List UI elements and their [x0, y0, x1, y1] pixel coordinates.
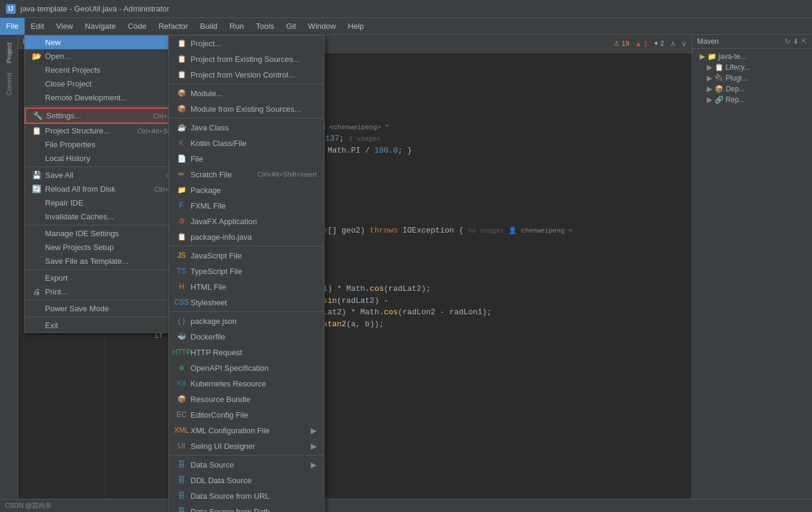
file-menu-sep2	[25, 166, 192, 167]
menubar: File Edit View Navigate Code Refactor Bu…	[0, 18, 812, 35]
new-submenu-xml-config[interactable]: XMLXML Configuration File ▶	[169, 422, 324, 438]
titlebar: IJ java-template - GeoUtil.java - Admini…	[0, 0, 812, 18]
new-submenu-javascript[interactable]: JSJavaScript File	[169, 248, 324, 263]
file-menu-recent[interactable]: Recent Projects ▶	[25, 63, 192, 77]
new-submenu-pkg-info[interactable]: 📋package-info.java	[169, 229, 324, 245]
new-submenu-module[interactable]: 📦Module...	[169, 85, 324, 101]
file-menu-print[interactable]: 🖨Print...	[25, 285, 192, 299]
new-submenu-file[interactable]: 📄File	[169, 151, 324, 166]
new-sep2	[169, 118, 324, 118]
file-menu-project-structure[interactable]: 📋Project Structure... Ctrl+Alt+Shift+S	[25, 124, 192, 138]
file-menu-repair[interactable]: Repair IDE	[25, 196, 192, 210]
title-text: java-template - GeoUtil.java - Administr…	[20, 4, 169, 13]
new-submenu-resource-bundle[interactable]: 📦Resource Bundle	[169, 391, 324, 407]
new-submenu-swing-ui[interactable]: UISwing UI Designer ▶	[169, 438, 324, 454]
file-menu-power-save[interactable]: Power Save Mode	[25, 302, 192, 315]
new-submenu-data-source-url[interactable]: 🗄Data Source from URL	[169, 488, 324, 504]
file-menu-settings[interactable]: 🔧Settings... Ctrl+Alt+S	[25, 108, 192, 124]
file-menu-save-all[interactable]: 💾Save All Ctrl+S	[25, 168, 192, 182]
file-menu-new[interactable]: New ▶	[25, 35, 192, 49]
menu-code[interactable]: Code	[122, 18, 153, 35]
new-submenu-java-class[interactable]: ☕Java Class	[169, 120, 324, 135]
file-menu-local-history[interactable]: Local History ▶	[25, 151, 192, 165]
file-menu-open[interactable]: 📂Open...	[25, 49, 192, 63]
new-submenu-stylesheet[interactable]: CSSStylesheet	[169, 294, 324, 310]
file-menu-manage-ide[interactable]: Manage IDE Settings ▶	[25, 227, 192, 240]
new-submenu-pkg-json[interactable]: { }package.json	[169, 313, 324, 329]
new-submenu-data-source[interactable]: 🗄Data Source ▶	[169, 457, 324, 472]
menu-git[interactable]: Git	[280, 18, 302, 35]
new-submenu-http-request[interactable]: HTTPHTTP Request	[169, 344, 324, 360]
menu-refactor[interactable]: Refactor	[153, 18, 194, 35]
file-menu-remote[interactable]: Remote Development... ▶	[25, 91, 192, 105]
new-sep1	[169, 84, 324, 84]
file-menu-sep6	[25, 317, 192, 317]
file-menu-close[interactable]: Close Project	[25, 77, 192, 91]
new-submenu-typescript[interactable]: TSTypeScript File	[169, 263, 324, 279]
file-menu-sep1	[25, 106, 192, 106]
new-submenu-javafx[interactable]: ⚙JavaFX Application	[169, 213, 324, 229]
menu-build[interactable]: Build	[194, 18, 224, 35]
menu-tools[interactable]: Tools	[250, 18, 280, 35]
menu-window[interactable]: Window	[302, 18, 342, 35]
new-sep5	[169, 455, 324, 456]
app-icon: IJ	[6, 4, 16, 14]
new-submenu-project-from-sources[interactable]: 📋Project from Existing Sources...	[169, 51, 324, 67]
menu-file[interactable]: File	[0, 18, 25, 35]
new-submenu-module-from-sources[interactable]: 📦Module from Existing Sources...	[169, 101, 324, 117]
new-submenu-project[interactable]: 📋Project...	[169, 35, 324, 51]
file-menu-reload[interactable]: 🔄Reload All from Disk Ctrl+Alt+Y	[25, 182, 192, 196]
new-submenu-ddl-data-source[interactable]: 🗄DDL Data Source	[169, 472, 324, 488]
new-submenu-editorconfig[interactable]: ECEditorConfig File	[169, 407, 324, 422]
file-menu-exit[interactable]: Exit	[25, 318, 192, 332]
new-submenu-dropdown: 📋Project... 📋Project from Existing Sourc…	[168, 35, 325, 512]
new-sep4	[169, 311, 324, 312]
new-submenu-fxml[interactable]: FFXML File	[169, 198, 324, 213]
new-submenu-openapi[interactable]: ⊕OpenAPI Specification	[169, 360, 324, 376]
new-submenu-package[interactable]: 📁Package	[169, 182, 324, 198]
new-submenu-kotlin[interactable]: KKotlin Class/File	[169, 135, 324, 151]
new-submenu-kubernetes[interactable]: K8Kubernetes Resource	[169, 376, 324, 391]
new-submenu-data-source-path[interactable]: 🗄Data Source from Path	[169, 504, 324, 512]
file-menu-invalidate[interactable]: Invalidate Caches...	[25, 210, 192, 224]
menu-edit[interactable]: Edit	[25, 18, 50, 35]
menu-run[interactable]: Run	[224, 18, 250, 35]
dropdown-overlay: New ▶ 📂Open... Recent Projects ▶ Close P…	[0, 35, 812, 512]
file-menu-export[interactable]: Export ▶	[25, 271, 192, 285]
new-submenu-scratch[interactable]: ✏Scratch File Ctrl+Alt+Shift+Insert	[169, 166, 324, 182]
file-menu-new-projects-setup[interactable]: New Projects Setup ▶	[25, 240, 192, 254]
file-menu-sep5	[25, 300, 192, 300]
file-menu-save-template[interactable]: Save File as Template...	[25, 254, 192, 268]
menu-view[interactable]: View	[50, 18, 79, 35]
new-submenu-html[interactable]: HHTML File	[169, 279, 324, 294]
new-sep3	[169, 246, 324, 246]
menu-navigate[interactable]: Navigate	[79, 18, 121, 35]
file-menu-file-props[interactable]: File Properties ▶	[25, 138, 192, 151]
new-submenu-project-from-vcs[interactable]: 📋Project from Version Control...	[169, 67, 324, 82]
file-menu-dropdown: New ▶ 📂Open... Recent Projects ▶ Close P…	[24, 35, 192, 333]
menu-help[interactable]: Help	[342, 18, 370, 35]
new-submenu-dockerfile[interactable]: 🐳Dockerfile	[169, 329, 324, 344]
file-menu-sep4	[25, 269, 192, 270]
file-menu-sep3	[25, 225, 192, 225]
